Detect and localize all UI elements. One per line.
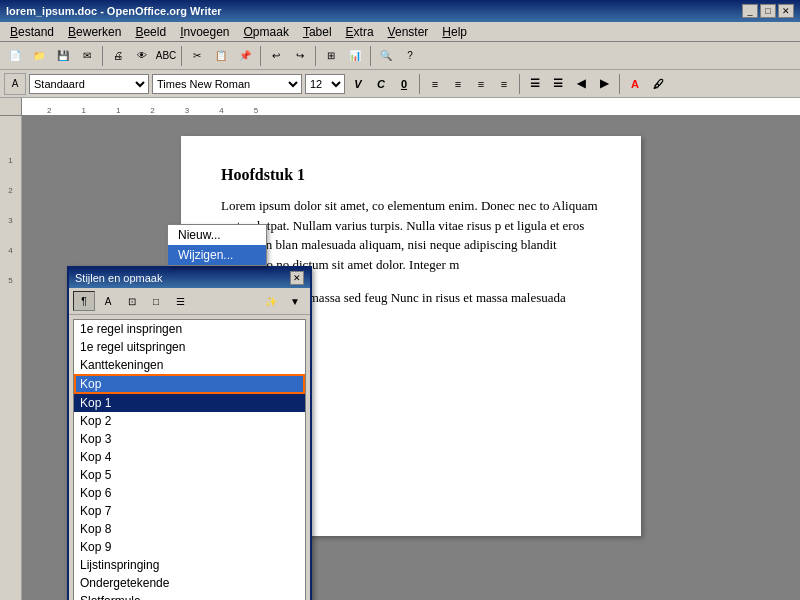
underline-button[interactable]: 0 xyxy=(394,74,414,94)
style-kop-1[interactable]: Kop 1 xyxy=(74,394,305,412)
frame-styles-button[interactable]: ⊡ xyxy=(121,291,143,311)
style-kop-6[interactable]: Kop 6 xyxy=(74,484,305,502)
new-style-button[interactable]: ✨ xyxy=(260,291,282,311)
separator-4 xyxy=(315,46,316,66)
menu-tabel[interactable]: Tabel xyxy=(297,24,338,40)
italic-button[interactable]: C xyxy=(371,74,391,94)
document-heading: Hoofdstuk 1 xyxy=(221,166,601,184)
menu-invoegen[interactable]: Invoegen xyxy=(174,24,235,40)
page-styles-button[interactable]: □ xyxy=(145,291,167,311)
menu-venster[interactable]: Venster xyxy=(382,24,435,40)
ruler-numbers: 12345 xyxy=(0,116,21,296)
print-button[interactable]: 🖨 xyxy=(107,45,129,67)
separator-1 xyxy=(102,46,103,66)
indent-inc-button[interactable]: ▶ xyxy=(594,74,614,94)
bold-button[interactable]: V xyxy=(348,74,368,94)
menu-bewerken[interactable]: Bewerken xyxy=(62,24,127,40)
separator-3 xyxy=(260,46,261,66)
style-1e-regel-inspringen[interactable]: 1e regel inspringen xyxy=(74,320,305,338)
styles-list[interactable]: 1e regel inspringen 1e regel uitspringen… xyxy=(73,319,306,600)
paste-button[interactable]: 📌 xyxy=(234,45,256,67)
undo-button[interactable]: ↩ xyxy=(265,45,287,67)
format-toolbar: A Standaard Times New Roman 12 V C 0 ≡ ≡… xyxy=(0,70,800,98)
list-styles-button[interactable]: ☰ xyxy=(169,291,191,311)
menu-opmaak[interactable]: Opmaak xyxy=(238,24,295,40)
indent-dec-button[interactable]: ◀ xyxy=(571,74,591,94)
style-kop-3[interactable]: Kop 3 xyxy=(74,430,305,448)
para-styles-button[interactable]: ¶ xyxy=(73,291,95,311)
separator-5 xyxy=(370,46,371,66)
align-justify-button[interactable]: ≡ xyxy=(494,74,514,94)
copy-button[interactable]: 📋 xyxy=(210,45,232,67)
minimize-button[interactable]: _ xyxy=(742,4,758,18)
style-slotformule[interactable]: Slotformule xyxy=(74,592,305,600)
email-button[interactable]: ✉ xyxy=(76,45,98,67)
format-separator-3 xyxy=(619,74,620,94)
menu-help[interactable]: Help xyxy=(436,24,473,40)
style-kanttekeningen[interactable]: Kanttekeningen xyxy=(74,356,305,374)
menu-bestand[interactable]: Bestand xyxy=(4,24,60,40)
help-icon[interactable]: ? xyxy=(399,45,421,67)
style-kop-9[interactable]: Kop 9 xyxy=(74,538,305,556)
new-button[interactable]: 📄 xyxy=(4,45,26,67)
horizontal-ruler: 2 1 1 2 3 4 5 xyxy=(22,98,800,116)
separator-2 xyxy=(181,46,182,66)
style-kop-4[interactable]: Kop 4 xyxy=(74,448,305,466)
style-kop[interactable]: Kop xyxy=(74,374,305,394)
style-icon: A xyxy=(4,73,26,95)
ruler-marks: 2 1 1 2 3 4 5 xyxy=(22,98,800,115)
menu-bar: Bestand Bewerken Beeld Invoegen Opmaak T… xyxy=(0,22,800,42)
font-family-select[interactable]: Times New Roman xyxy=(152,74,302,94)
align-center-button[interactable]: ≡ xyxy=(448,74,468,94)
list-button[interactable]: ☰ xyxy=(525,74,545,94)
context-modify[interactable]: Wijzigen... xyxy=(168,245,266,265)
font-size-select[interactable]: 12 xyxy=(305,74,345,94)
save-button[interactable]: 💾 xyxy=(52,45,74,67)
table-button[interactable]: ⊞ xyxy=(320,45,342,67)
chart-button[interactable]: 📊 xyxy=(344,45,366,67)
main-toolbar: 📄 📁 💾 ✉ 🖨 👁 ABC ✂ 📋 📌 ↩ ↪ ⊞ 📊 🔍 ? xyxy=(0,42,800,70)
open-button[interactable]: 📁 xyxy=(28,45,50,67)
paragraph-style-select[interactable]: Standaard xyxy=(29,74,149,94)
style-kop-2[interactable]: Kop 2 xyxy=(74,412,305,430)
highlight-button[interactable]: 🖊 xyxy=(648,74,668,94)
title-bar: lorem_ipsum.doc - OpenOffice.org Writer … xyxy=(0,0,800,22)
menu-extra[interactable]: Extra xyxy=(340,24,380,40)
preview-button[interactable]: 👁 xyxy=(131,45,153,67)
style-kop-5[interactable]: Kop 5 xyxy=(74,466,305,484)
format-separator xyxy=(419,74,420,94)
redo-button[interactable]: ↪ xyxy=(289,45,311,67)
style-kop-8[interactable]: Kop 8 xyxy=(74,520,305,538)
find-button[interactable]: 🔍 xyxy=(375,45,397,67)
dialog-toolbar: ¶ A ⊡ □ ☰ ✨ ▼ xyxy=(69,288,310,315)
dialog-close-button[interactable]: ✕ xyxy=(290,271,304,285)
style-options-button[interactable]: ▼ xyxy=(284,291,306,311)
ruler-area: 2 1 1 2 3 4 5 xyxy=(0,98,800,116)
cut-button[interactable]: ✂ xyxy=(186,45,208,67)
ruler-corner xyxy=(0,98,22,116)
font-color-button[interactable]: A xyxy=(625,74,645,94)
style-ondergetekende[interactable]: Ondergetekende xyxy=(74,574,305,592)
numlist-button[interactable]: ☰ xyxy=(548,74,568,94)
dialog-title-bar: Stijlen en opmaak ✕ xyxy=(69,268,310,288)
context-menu: Nieuw... Wijzigen... xyxy=(167,224,267,266)
style-kop-7[interactable]: Kop 7 xyxy=(74,502,305,520)
title-controls: _ □ ✕ xyxy=(742,4,794,18)
main-area: 12345 Hoofdstuk 1 Lorem ipsum dolor sit … xyxy=(0,116,800,600)
context-new[interactable]: Nieuw... xyxy=(168,225,266,245)
document-paragraph-1: Lorem ipsum dolor sit amet, co elementum… xyxy=(221,196,601,274)
style-1e-regel-uitspringen[interactable]: 1e regel uitspringen xyxy=(74,338,305,356)
vertical-ruler: 12345 xyxy=(0,116,22,600)
menu-beeld[interactable]: Beeld xyxy=(129,24,172,40)
document-area[interactable]: Hoofdstuk 1 Lorem ipsum dolor sit amet, … xyxy=(22,116,800,600)
char-styles-button[interactable]: A xyxy=(97,291,119,311)
style-lijstinspringing[interactable]: Lijstinspringing xyxy=(74,556,305,574)
dialog-title: Stijlen en opmaak xyxy=(75,272,162,284)
align-right-button[interactable]: ≡ xyxy=(471,74,491,94)
close-button[interactable]: ✕ xyxy=(778,4,794,18)
spell-button[interactable]: ABC xyxy=(155,45,177,67)
maximize-button[interactable]: □ xyxy=(760,4,776,18)
format-separator-2 xyxy=(519,74,520,94)
styles-dialog: Stijlen en opmaak ✕ ¶ A ⊡ □ ☰ ✨ ▼ 1e reg… xyxy=(67,266,312,600)
align-left-button[interactable]: ≡ xyxy=(425,74,445,94)
